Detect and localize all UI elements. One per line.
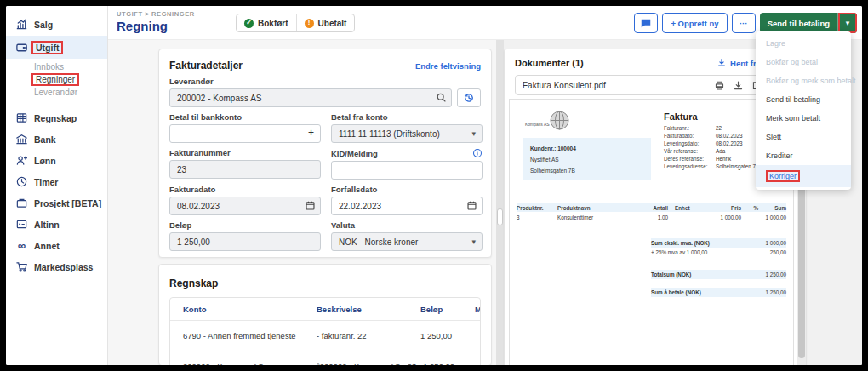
due-date-input[interactable] (331, 197, 483, 215)
field-kid-melding: KID/Melding (331, 148, 483, 180)
menu-item-merk-som-betalt[interactable]: Merk som betalt (756, 109, 851, 128)
send-to-payment-dropdown-menu: Lagre Bokfør og betal Bokfør og merk som… (756, 31, 851, 190)
ledger-icon (15, 111, 28, 124)
status-badges: ✓ Bokført ! Ubetalt (236, 14, 355, 32)
left-column: Fakturadetaljer Endre feltvisning Levera… (158, 49, 492, 365)
status-badge-bokfort: ✓ Bokført (237, 14, 296, 31)
supplier-input[interactable] (169, 88, 452, 107)
field-forfallsdato: Forfallsdato (331, 185, 483, 215)
clock-icon (15, 175, 28, 188)
calendar-icon[interactable] (466, 200, 477, 211)
history-icon (463, 92, 475, 104)
pdf-customer-box: Kundenr.: 100004 Nystiftet AS Solheimsga… (523, 138, 651, 180)
sidebar-item-label: Salg (34, 20, 53, 30)
download-icon[interactable] (733, 80, 744, 91)
field-betal-til-bankkonto: Betal til bankkonto + (169, 112, 321, 143)
pdf-line-items-table: Produktnr. Produktnavn Antall Enhet Pris… (517, 203, 786, 222)
menu-item-krediter[interactable]: Krediter (756, 146, 851, 165)
sidebar-item-salg[interactable]: Salg (6, 13, 107, 36)
supplier-history-button[interactable] (457, 88, 481, 107)
sidebar-item-regninger[interactable]: Regninger (6, 73, 107, 86)
infinity-icon: ∞ (15, 239, 28, 252)
sidebar-item-bank[interactable]: Bank (6, 128, 107, 150)
panel-splitter (496, 40, 504, 365)
breadcrumb: UTGIFT > REGNINGER (117, 10, 195, 18)
table-row[interactable]: 6790 - Annen fremmed tjeneste - fakturan… (170, 320, 480, 351)
accounting-card: Regnskap Konto Beskrivelse Beløp Mva 679… (158, 264, 492, 365)
warning-circle-icon: ! (305, 19, 314, 28)
change-field-view-link[interactable]: Endre feltvisning (415, 61, 481, 71)
accounting-table-header: Konto Beskrivelse Beløp Mva (170, 298, 480, 320)
field-fakturanummer: Fakturanummer (169, 148, 321, 180)
sidebar-item-timer[interactable]: Timer (6, 171, 107, 192)
sidebar: Salg Utgift Innboks Regninger Leverandør… (6, 6, 108, 365)
accounting-table: Konto Beskrivelse Beløp Mva 6790 - Annen… (169, 297, 481, 365)
sidebar-item-utgift[interactable]: Utgift (6, 36, 107, 59)
header-actions: + Opprett ny ··· Send til betaling ▾ (634, 13, 857, 33)
app-window: Salg Utgift Innboks Regninger Leverandør… (6, 6, 862, 365)
pdf-invoice-title: Faktura (664, 111, 759, 122)
menu-item-bokfor-og-betal[interactable]: Bokfør og betal (756, 53, 851, 71)
document-file-row[interactable]: Faktura Konsulent.pdf (515, 75, 789, 95)
search-icon[interactable] (436, 92, 447, 103)
field-fakturadato: Fakturadato (169, 185, 321, 215)
pay-from-account-select[interactable]: 1111 11 11113 (Driftskonto) ▾ (331, 124, 483, 143)
field-leverandor: Leverandør (169, 77, 481, 107)
page-title: Regning (117, 19, 168, 33)
sidebar-item-innboks[interactable]: Innboks (6, 60, 107, 73)
more-button[interactable]: ··· (732, 13, 756, 33)
chevron-down-icon: ▾ (471, 129, 476, 138)
message-icon (640, 17, 652, 29)
check-circle-icon: ✓ (244, 19, 254, 28)
menu-item-lagre[interactable]: Lagre (756, 34, 851, 53)
person-icon (15, 154, 28, 167)
plus-icon[interactable]: + (308, 127, 314, 139)
splitter-drag-handle[interactable] (497, 208, 503, 225)
feedback-button[interactable] (634, 13, 658, 33)
invoice-details-title: Fakturadetaljer (169, 60, 243, 71)
field-belop: Beløp (169, 220, 321, 251)
company-logo-globe (549, 110, 570, 131)
menu-item-korriger[interactable]: Korriger (756, 165, 851, 187)
wallet-icon (15, 41, 28, 54)
invoice-number-input[interactable] (169, 160, 321, 179)
currency-select[interactable]: NOK - Norske kroner ▾ (331, 232, 483, 251)
sidebar-item-prosjekt[interactable]: Prosjekt [BETA] (6, 192, 107, 214)
send-to-payment-button[interactable]: Send til betaling ▾ (760, 13, 857, 33)
menu-item-bokfor-og-merk-som-betalt[interactable]: Bokfør og merk som betalt (756, 71, 851, 90)
chart-icon (15, 18, 28, 31)
briefcase-icon (15, 197, 28, 209)
accounting-title: Regnskap (169, 277, 218, 289)
menu-item-slett[interactable]: Slett (756, 128, 851, 146)
calendar-icon[interactable] (305, 200, 316, 211)
sidebar-item-regnskap[interactable]: Regnskap (6, 107, 107, 128)
pdf-totals: Sum ekskl. mva. (NOK)1 000,00 + 25% mva … (651, 238, 786, 297)
invoice-date-input[interactable] (169, 197, 321, 215)
menu-item-send-til-betaling[interactable]: Send til betaling (756, 90, 851, 109)
documents-title: Dokumenter (1) (515, 58, 584, 68)
pay-to-account-input[interactable] (169, 124, 321, 143)
invoice-details-card: Fakturadetaljer Endre feltvisning Levera… (158, 49, 492, 258)
table-row[interactable]: 200002 - Kompass AS °200002 - Kompass AS… (170, 351, 480, 365)
sidebar-item-annet[interactable]: ∞ Annet (6, 235, 107, 256)
create-new-button[interactable]: + Opprett ny (662, 13, 727, 33)
chevron-down-icon: ▾ (471, 237, 476, 246)
top-bar: UTGIFT > REGNINGER Regning ✓ Bokført ! U… (108, 6, 862, 40)
status-badge-ubetalt: ! Ubetalt (296, 14, 355, 31)
sidebar-item-markedsplass[interactable]: Markedsplass (6, 256, 107, 277)
print-icon[interactable] (714, 80, 725, 91)
field-betal-fra-konto: Betal fra konto 1111 11 11113 (Driftskon… (331, 112, 483, 143)
sidebar-item-leverandor[interactable]: Leverandør (6, 86, 107, 99)
kid-message-input[interactable] (331, 161, 483, 180)
chevron-down-icon[interactable]: ▾ (837, 13, 857, 33)
download-icon (717, 58, 727, 68)
pdf-logo-text: Kompass AS (525, 122, 550, 127)
sidebar-item-lonn[interactable]: Lønn (6, 150, 107, 171)
sidebar-item-altinn[interactable]: Altinn (6, 214, 107, 235)
altinn-icon (15, 218, 28, 231)
amount-input[interactable] (169, 232, 321, 251)
info-icon[interactable] (472, 148, 483, 158)
document-file-name: Faktura Konsulent.pdf (523, 81, 714, 90)
cart-icon (15, 260, 28, 273)
sidebar-item-label: Utgift (31, 41, 63, 54)
